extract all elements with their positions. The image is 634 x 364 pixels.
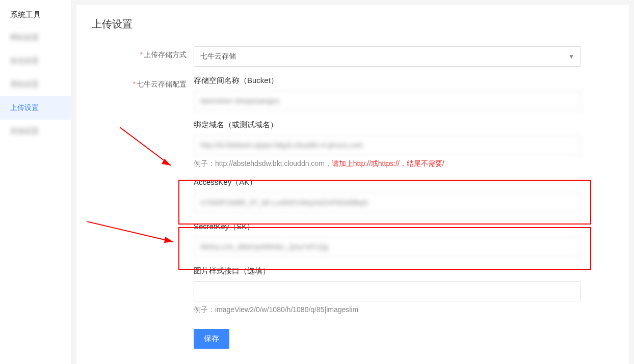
sk-input[interactable] (194, 237, 581, 257)
bucket-label: 存储空间名称（Bucket） (194, 76, 581, 86)
sidebar-item-0[interactable]: 网站设置 (0, 26, 71, 49)
domain-label: 绑定域名（或测试域名） (194, 120, 581, 130)
ak-input[interactable] (194, 192, 581, 213)
ak-label: AccessKey（AK） (194, 178, 581, 187)
qiniu-config-label: *七牛云存储配置 (92, 76, 194, 89)
style-input[interactable] (194, 281, 581, 301)
bucket-input[interactable] (194, 91, 581, 111)
chevron-down-icon: ▼ (568, 53, 574, 60)
sk-label: SecretKey（SK） (194, 222, 581, 232)
save-button[interactable]: 保存 (194, 329, 229, 349)
page-title: 上传设置 (92, 17, 614, 31)
content-panel: 上传设置 *上传存储方式 七牛云存储 ▼ *七牛云存储配置 存储空间名称（Buc… (76, 5, 629, 364)
style-label: 图片样式接口（选填） (194, 266, 581, 276)
domain-input[interactable] (194, 135, 581, 155)
storage-method-select[interactable]: 七牛云存储 ▼ (194, 46, 581, 67)
sidebar-item-2[interactable]: 系统设置 (0, 73, 71, 96)
domain-hint: 例子：http://abstehdsdw.bkt.clouddn.com，请加上… (194, 159, 581, 169)
sidebar-item-upload[interactable]: 上传设置 (0, 96, 71, 120)
sidebar: 系统工具 网站设置 短信设置 系统设置 上传设置 其他设置 (0, 0, 71, 364)
style-hint: 例子：imageView2/0/w/1080/h/1080/q/85|image… (194, 305, 581, 315)
sidebar-header: 系统工具 (0, 4, 71, 26)
sidebar-item-1[interactable]: 短信设置 (0, 49, 71, 73)
storage-method-label: *上传存储方式 (92, 46, 194, 60)
sidebar-item-4[interactable]: 其他设置 (0, 120, 71, 143)
storage-method-value: 七牛云存储 (200, 52, 236, 61)
